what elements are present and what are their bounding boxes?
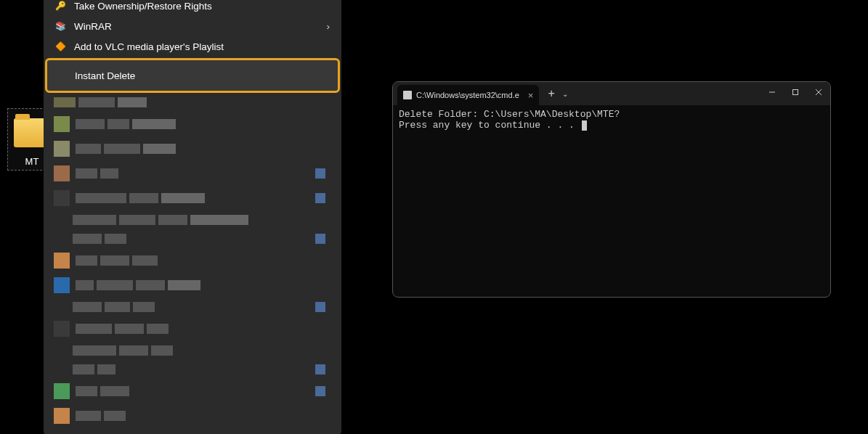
terminal-window: C:\Windows\system32\cmd.e × + ⌄ Delete F…	[392, 81, 831, 298]
blurred-menu-item	[46, 299, 338, 315]
menu-item-label: Add to VLC media player's Playlist	[74, 41, 224, 52]
terminal-line: Press any key to continue . . .	[399, 120, 824, 131]
window-controls	[760, 82, 830, 102]
blank-icon	[54, 69, 68, 82]
blurred-menu-item	[46, 318, 338, 340]
blurred-menu-item	[46, 94, 338, 110]
terminal-line: Delete Folder: C:\Users\MA\Desktop\MTE?	[399, 110, 824, 120]
blurred-menu-item	[46, 113, 338, 135]
blurred-menu-item	[46, 187, 338, 209]
close-window-button[interactable]	[807, 82, 830, 102]
maximize-button[interactable]	[784, 82, 807, 102]
blurred-menu-item	[46, 380, 338, 402]
chevron-right-icon: ›	[327, 21, 330, 32]
tab-title: C:\Windows\system32\cmd.e	[416, 91, 519, 99]
terminal-tab[interactable]: C:\Windows\system32\cmd.e ×	[397, 85, 539, 105]
terminal-titlebar[interactable]: C:\Windows\system32\cmd.e × + ⌄	[393, 82, 830, 105]
minimize-button[interactable]	[760, 82, 784, 102]
minimize-icon	[768, 89, 776, 96]
svg-rect-1	[793, 90, 798, 95]
blurred-menu-item	[46, 163, 338, 184]
menu-item-instant-delete[interactable]: Instant Delete	[45, 58, 340, 93]
context-menu: 🔑 Take Ownership/Restore Rights 📚 WinRAR…	[44, 0, 341, 434]
blurred-menu-item	[46, 343, 338, 359]
lock-icon: 🔑	[54, 0, 67, 12]
blurred-menu-item	[46, 138, 338, 160]
cursor	[582, 120, 587, 131]
new-tab-button[interactable]: +	[548, 87, 554, 100]
menu-item-take-ownership[interactable]: 🔑 Take Ownership/Restore Rights	[46, 0, 338, 16]
blurred-menu-item	[46, 231, 338, 247]
menu-item-label: Take Ownership/Restore Rights	[74, 1, 212, 12]
menu-item-winrar[interactable]: 📚 WinRAR ›	[46, 16, 338, 36]
menu-item-vlc-playlist[interactable]: 🔶 Add to VLC media player's Playlist	[46, 36, 338, 57]
blurred-menu-item	[46, 212, 338, 228]
maximize-icon	[792, 89, 799, 96]
blurred-menu-item	[46, 405, 338, 427]
blurred-menu-item	[46, 361, 338, 377]
close-icon	[815, 89, 822, 96]
winrar-icon: 📚	[54, 20, 67, 33]
blurred-menu-item	[46, 274, 338, 296]
cmd-icon	[403, 91, 412, 99]
blurred-menu-item	[46, 250, 338, 271]
menu-item-label: Instant Delete	[75, 70, 135, 81]
terminal-body[interactable]: Delete Folder: C:\Users\MA\Desktop\MTE? …	[393, 105, 830, 136]
close-tab-icon[interactable]: ×	[528, 90, 534, 101]
menu-item-label: WinRAR	[74, 21, 112, 32]
vlc-icon: 🔶	[54, 40, 67, 53]
folder-label: MT	[25, 156, 39, 167]
tab-dropdown-icon[interactable]: ⌄	[562, 90, 568, 98]
